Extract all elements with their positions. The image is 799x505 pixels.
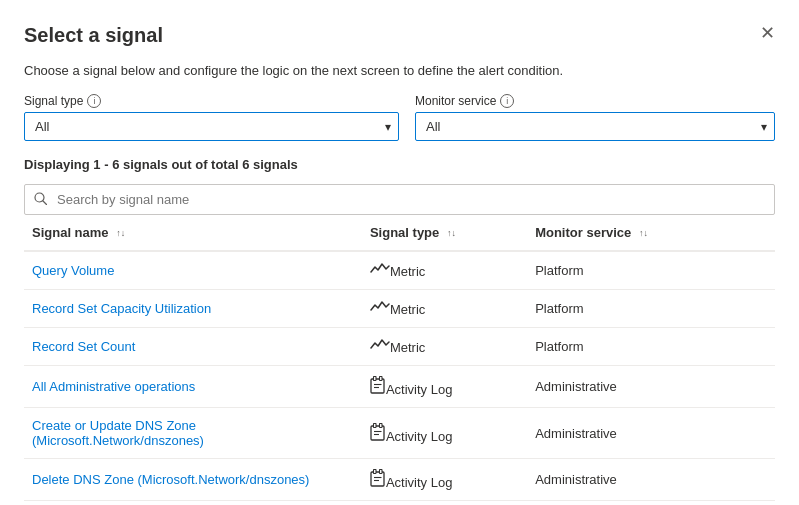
- signal-name-link[interactable]: Record Set Capacity Utilization: [32, 301, 211, 316]
- search-icon: [34, 192, 47, 208]
- signal-type-sort-icon[interactable]: ↑↓: [447, 229, 456, 238]
- svg-rect-4: [379, 377, 382, 381]
- metric-icon: [370, 264, 390, 279]
- col-header-monitor-service: Monitor service ↑↓: [527, 215, 775, 251]
- signal-name-sort-icon[interactable]: ↑↓: [116, 229, 125, 238]
- signal-name-link[interactable]: Delete DNS Zone (Microsoft.Network/dnszo…: [32, 472, 309, 487]
- table-row: Delete DNS Zone (Microsoft.Network/dnszo…: [24, 459, 775, 501]
- activity-log-icon: [370, 429, 386, 444]
- table-row: Create or Update DNS Zone (Microsoft.Net…: [24, 408, 775, 459]
- svg-rect-9: [379, 423, 382, 427]
- signal-count-text: Displaying 1 - 6 signals out of total 6 …: [24, 157, 775, 172]
- table-row: Record Set Capacity Utilization MetricPl…: [24, 290, 775, 328]
- filters-row: Signal type i All Metric Activity Log ▾ …: [24, 94, 775, 141]
- col-header-signal-type: Signal type ↑↓: [362, 215, 527, 251]
- search-wrapper: [24, 184, 775, 215]
- metric-icon: [370, 302, 390, 317]
- signal-type-cell: Metric: [362, 328, 527, 366]
- signal-type-cell: Metric: [362, 290, 527, 328]
- monitor-service-cell: Administrative: [527, 408, 775, 459]
- signal-type-text: Activity Log: [386, 382, 452, 397]
- monitor-service-sort-icon[interactable]: ↑↓: [639, 229, 648, 238]
- table-row: Record Set Count MetricPlatform: [24, 328, 775, 366]
- svg-rect-12: [371, 472, 384, 486]
- svg-rect-13: [373, 470, 376, 474]
- signal-type-text: Metric: [390, 302, 425, 317]
- monitor-service-cell: Platform: [527, 290, 775, 328]
- monitor-service-select-wrapper: All Platform Administrative ▾: [415, 112, 775, 141]
- dialog-title: Select a signal: [24, 24, 775, 47]
- table-row: All Administrative operations Activity L…: [24, 366, 775, 408]
- signal-type-info-icon[interactable]: i: [87, 94, 101, 108]
- signal-type-label: Signal type i: [24, 94, 399, 108]
- signals-table: Signal name ↑↓ Signal type ↑↓ Monitor se…: [24, 215, 775, 501]
- signal-type-text: Activity Log: [386, 429, 452, 444]
- table-row: Query Volume MetricPlatform: [24, 251, 775, 290]
- col-header-signal-name: Signal name ↑↓: [24, 215, 362, 251]
- svg-line-1: [43, 201, 47, 205]
- signal-type-filter: Signal type i All Metric Activity Log ▾: [24, 94, 399, 141]
- monitor-service-cell: Administrative: [527, 459, 775, 501]
- svg-rect-8: [373, 423, 376, 427]
- signal-type-text: Activity Log: [386, 475, 452, 490]
- monitor-service-label: Monitor service i: [415, 94, 775, 108]
- activity-log-icon: [370, 382, 386, 397]
- signal-name-link[interactable]: Query Volume: [32, 263, 114, 278]
- search-input[interactable]: [24, 184, 775, 215]
- signal-name-link[interactable]: Create or Update DNS Zone (Microsoft.Net…: [32, 418, 204, 448]
- svg-rect-2: [371, 379, 384, 393]
- signal-type-cell: Activity Log: [362, 459, 527, 501]
- monitor-service-cell: Administrative: [527, 366, 775, 408]
- monitor-service-cell: Platform: [527, 328, 775, 366]
- signal-type-text: Metric: [390, 264, 425, 279]
- signal-type-select[interactable]: All Metric Activity Log: [24, 112, 399, 141]
- signal-type-select-wrapper: All Metric Activity Log ▾: [24, 112, 399, 141]
- close-button[interactable]: ✕: [756, 20, 779, 46]
- signal-type-cell: Metric: [362, 251, 527, 290]
- activity-log-icon: [370, 475, 386, 490]
- signal-type-cell: Activity Log: [362, 366, 527, 408]
- monitor-service-filter: Monitor service i All Platform Administr…: [415, 94, 775, 141]
- metric-icon: [370, 340, 390, 355]
- select-signal-dialog: Select a signal ✕ Choose a signal below …: [0, 0, 799, 505]
- svg-rect-7: [371, 426, 384, 440]
- signal-type-cell: Activity Log: [362, 408, 527, 459]
- dialog-subtitle: Choose a signal below and configure the …: [24, 63, 775, 78]
- signal-name-link[interactable]: Record Set Count: [32, 339, 135, 354]
- svg-rect-3: [373, 377, 376, 381]
- signal-type-text: Metric: [390, 340, 425, 355]
- monitor-service-info-icon[interactable]: i: [500, 94, 514, 108]
- svg-rect-14: [379, 470, 382, 474]
- monitor-service-cell: Platform: [527, 251, 775, 290]
- signal-name-link[interactable]: All Administrative operations: [32, 379, 195, 394]
- monitor-service-select[interactable]: All Platform Administrative: [415, 112, 775, 141]
